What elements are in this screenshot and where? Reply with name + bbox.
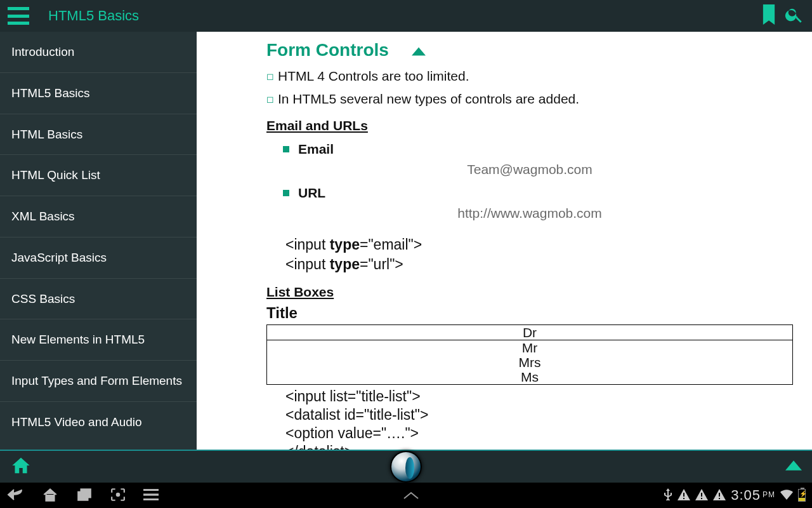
svg-rect-8 [701,493,702,497]
code-text: ="email"> [360,236,422,253]
bullet-icon: ◻ [266,71,274,81]
top-bar: HTML5 Basics [0,0,812,32]
back-icon[interactable] [6,488,24,504]
code-line: </datalist> [285,443,793,450]
code-text: <input [285,236,330,253]
clock-time: 3:05 [731,487,761,503]
code-snippet-datalist: <input list="title-list"> <datalist id="… [285,387,793,450]
clock: 3:05PM [731,487,775,504]
sidebar-item-new-elements[interactable]: New Elements in HTML5 [0,319,197,361]
bullet-icon: ◻ [266,94,274,104]
code-snippet-email-url: <input type="email"> <input type="url"> [285,235,793,274]
sidebar-item-label: Introduction [11,45,74,58]
system-nav-bar: 3:05PM ⚡ [0,483,812,508]
scroll-top-icon[interactable] [785,460,802,473]
usb-icon [664,488,672,503]
sidebar-item-css-basics[interactable]: CSS Basics [0,279,197,320]
email-label-row: Email [283,140,793,158]
home-nav-icon[interactable] [42,488,58,504]
subsection-list-boxes: List Boxes [266,283,793,301]
collapse-icon[interactable] [412,43,426,60]
url-label: URL [298,184,325,202]
screenshot-icon[interactable] [110,488,126,504]
sidebar-item-label: HTML5 Basics [11,86,90,100]
sidebar-item-label: CSS Basics [11,292,75,305]
sidebar-item-label: HTML5 Video and Audio [11,415,142,429]
warning-icon [695,489,708,502]
wifi-icon [780,490,793,502]
svg-point-2 [117,493,119,495]
code-keyword: type [330,236,360,253]
app-bottom-bar [0,450,812,483]
clock-ampm: PM [763,490,775,499]
url-example: http://www.wagmob.com [266,204,793,222]
svg-rect-1 [81,489,91,497]
list-option[interactable]: Mrs [270,355,790,370]
code-line: <datalist id="title-list"> [285,406,793,424]
code-keyword: type [330,256,360,272]
intro-bullet: ◻HTML 4 Controls are too limited. [266,67,793,85]
search-icon[interactable] [784,4,804,27]
code-text: ="url"> [360,256,403,272]
list-option[interactable]: Dr [267,325,793,340]
status-tray[interactable]: 3:05PM ⚡ [664,487,806,504]
app-title: HTML5 Basics [48,8,139,24]
sidebar-item-html-basics[interactable]: HTML Basics [0,114,197,156]
svg-rect-7 [683,498,684,499]
sidebar-item-label: Input Types and Form Elements [11,374,182,387]
sidebar: Introduction HTML5 Basics HTML Basics HT… [0,32,197,450]
warning-icon [713,489,726,502]
menu-icon[interactable] [8,7,29,25]
list-option[interactable]: Mr [270,340,790,355]
sidebar-item-html5-basics[interactable]: HTML5 Basics [0,73,197,114]
list-option[interactable]: Ms [270,370,790,384]
svg-rect-10 [719,493,720,497]
code-text: <input [285,256,330,272]
email-label: Email [298,140,334,158]
menu-nav-icon[interactable] [143,489,159,502]
url-label-row: URL [283,184,793,202]
expand-nav-icon[interactable] [159,491,664,500]
sidebar-item-video-audio[interactable]: HTML5 Video and Audio [0,402,197,443]
code-line: <input list="title-list"> [285,387,793,406]
svg-rect-3 [143,489,159,490]
svg-rect-6 [683,493,684,497]
battery-icon: ⚡ [798,489,806,502]
code-line: <option value="…."> [285,424,793,443]
listbox-label: Title [266,303,793,323]
svg-rect-11 [719,498,720,499]
title-list-box[interactable]: Dr Mr Mrs Ms [266,324,793,385]
intro-text: HTML 4 Controls are too limited. [278,69,469,83]
sidebar-item-label: JavaScript Basics [11,251,107,264]
email-example: Team@wagmob.com [266,161,793,178]
recent-apps-icon[interactable] [76,488,93,504]
svg-rect-9 [701,498,702,499]
sidebar-item-label: HTML Basics [11,128,82,141]
intro-text: In HTML5 several new types of controls a… [278,91,579,106]
sidebar-item-introduction[interactable]: Introduction [0,32,197,73]
bookmark-icon[interactable] [760,4,778,27]
app-logo-orb[interactable] [390,451,422,483]
square-bullet-icon [283,146,289,152]
home-icon[interactable] [10,456,32,478]
warning-icon [678,489,690,502]
svg-rect-5 [143,498,159,500]
sidebar-item-label: XML Basics [11,210,75,223]
sidebar-item-label: HTML Quick List [11,168,100,182]
sidebar-item-html-quick-list[interactable]: HTML Quick List [0,155,197,196]
sidebar-item-xml-basics[interactable]: XML Basics [0,196,197,237]
square-bullet-icon [283,190,289,196]
sidebar-item-javascript-basics[interactable]: JavaScript Basics [0,237,197,279]
svg-rect-4 [143,493,159,495]
sidebar-item-label: New Elements in HTML5 [11,333,145,346]
sidebar-item-input-types[interactable]: Input Types and Form Elements [0,361,197,402]
subsection-email-urls: Email and URLs [266,117,793,135]
content-pane[interactable]: Form Controls ◻HTML 4 Controls are too l… [197,32,812,450]
section-heading: Form Controls [266,38,389,62]
intro-bullet: ◻In HTML5 several new types of controls … [266,90,793,108]
